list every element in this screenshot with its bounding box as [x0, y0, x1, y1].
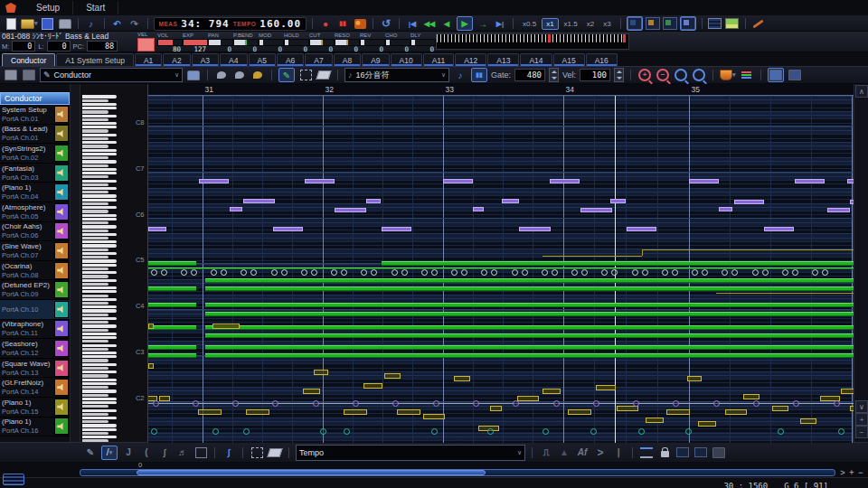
track-list-header[interactable]: Conductor — [0, 92, 70, 105]
curve-eraser-button[interactable] — [268, 446, 282, 459]
piano-key-c#[interactable] — [82, 210, 108, 212]
window-pianoroll-button[interactable] — [627, 16, 643, 31]
piano-key-d#[interactable] — [82, 340, 108, 343]
note-yellow[interactable] — [212, 324, 240, 329]
piano-key-g[interactable] — [82, 324, 117, 327]
piano-key-g[interactable] — [82, 95, 117, 98]
note-circle-purple[interactable] — [272, 400, 278, 407]
tab-a4[interactable]: A4 — [220, 53, 247, 66]
note-yellow[interactable] — [303, 389, 320, 394]
vel-input[interactable]: 100 — [580, 69, 610, 81]
piano-key-d[interactable] — [82, 344, 117, 347]
track-speaker-button[interactable] — [54, 222, 69, 239]
note-purple[interactable] — [689, 179, 719, 183]
piano-key-a#[interactable] — [82, 314, 108, 316]
piano-key-a[interactable] — [82, 409, 117, 412]
slider-bar[interactable] — [335, 39, 360, 46]
piano-key-e[interactable] — [82, 382, 117, 385]
note-yellow[interactable] — [159, 396, 170, 401]
piano-key-g#[interactable] — [82, 275, 108, 277]
piano-key-c#[interactable] — [82, 394, 108, 397]
note-circle-teal[interactable] — [685, 428, 692, 435]
piano-key-e[interactable] — [82, 290, 117, 293]
piano-key-c#[interactable] — [82, 348, 108, 351]
random-tool-button[interactable]: ♬ — [175, 446, 190, 459]
track-row[interactable]: (Bass & Lead)PortA Ch.01 — [0, 125, 70, 145]
piano-key-c[interactable] — [82, 305, 117, 308]
note-green[interactable] — [382, 261, 854, 266]
tab-a15[interactable]: A15 — [553, 53, 585, 66]
piano-key-f[interactable] — [82, 149, 117, 152]
note-circle-white[interactable] — [642, 269, 648, 276]
note-purple[interactable] — [847, 179, 854, 183]
note-circle-white[interactable] — [271, 269, 278, 276]
note-circle-purple[interactable] — [513, 400, 519, 407]
note-circle-purple[interactable] — [753, 400, 760, 407]
event-table-button[interactable] — [708, 17, 722, 30]
note-circle-white[interactable] — [552, 269, 558, 276]
track-row[interactable]: (Ocarina)PortA Ch.08 — [0, 261, 70, 281]
note-yellow[interactable] — [596, 385, 616, 390]
track-speaker-button[interactable] — [54, 399, 69, 416]
note-circle-purple[interactable] — [673, 400, 679, 407]
slider-vol[interactable]: VOL80 — [157, 33, 181, 53]
speed-button-x1[interactable]: x1 — [542, 18, 558, 30]
piano-key-b[interactable] — [82, 172, 117, 174]
piano-key-e[interactable] — [82, 336, 117, 339]
piano-key-g[interactable] — [82, 141, 117, 144]
piano-roll[interactable] — [148, 96, 854, 443]
track-speaker-button[interactable] — [54, 203, 69, 221]
eraser-tool-button[interactable] — [316, 69, 331, 81]
slider-exp[interactable]: EXP127 — [183, 33, 206, 53]
panel-a-button[interactable] — [675, 446, 690, 459]
scroll-right-button[interactable]: > — [839, 468, 846, 477]
note-circle-white[interactable] — [512, 269, 518, 276]
note-circle-teal[interactable] — [778, 428, 784, 435]
note-circle-white[interactable] — [722, 269, 728, 276]
note-circle-white[interactable] — [361, 269, 367, 276]
piano-key-b[interactable] — [82, 401, 117, 404]
piano-key-d#[interactable] — [82, 156, 108, 159]
curve-tool-1-button[interactable]: J — [121, 446, 136, 459]
slider-bar[interactable] — [385, 39, 410, 46]
track-row[interactable]: (Detuned EP2)PortA Ch.09 — [0, 280, 70, 300]
track-row[interactable]: PortA Ch.10 — [0, 300, 70, 320]
note-purple[interactable] — [335, 208, 366, 212]
note-purple[interactable] — [366, 199, 381, 203]
window-track-button[interactable] — [663, 17, 677, 30]
corner-widget[interactable] — [3, 474, 24, 485]
note-circle-white[interactable] — [731, 269, 738, 276]
menu-item-setup[interactable]: Setup — [24, 1, 73, 14]
piano-key-g[interactable] — [82, 233, 117, 236]
tab-a11[interactable]: A11 — [423, 53, 455, 66]
piano-key-a[interactable] — [82, 317, 117, 320]
note-circle-white[interactable] — [762, 269, 769, 276]
track-row[interactable]: (SynStrings2)PortA Ch.02 — [0, 144, 70, 164]
skip-start-button[interactable]: |◀ — [405, 17, 420, 30]
slider-rev[interactable]: REV0 — [360, 33, 383, 53]
note-green[interactable] — [148, 286, 196, 291]
piano-key-c#[interactable] — [82, 302, 108, 305]
piano-key-f#[interactable] — [82, 420, 108, 423]
note-yellow[interactable] — [517, 396, 539, 401]
piano-key-g#[interactable] — [82, 137, 108, 140]
select-tool-button[interactable] — [298, 69, 313, 81]
pen-tool-button[interactable]: ✎ — [278, 68, 295, 82]
track-row[interactable]: (Vibraphone)PortA Ch.11 — [0, 320, 70, 340]
vel-stepper[interactable] — [614, 68, 624, 82]
piano-key-e[interactable] — [82, 244, 117, 247]
h-zoom-out-button[interactable]: − — [857, 468, 864, 477]
note-purple[interactable] — [827, 208, 850, 212]
tab-a1-system-setup[interactable]: A1 System Setup — [56, 53, 134, 66]
onion-all-button[interactable] — [250, 69, 265, 81]
track-speaker-button[interactable] — [54, 262, 69, 279]
track-speaker-button[interactable] — [54, 242, 69, 259]
piano-key-g[interactable] — [82, 187, 117, 190]
freehand-tool-button[interactable]: ✎ — [83, 446, 98, 459]
piano-key-d#[interactable] — [82, 432, 108, 435]
step-forward-button[interactable]: → — [476, 17, 490, 30]
piano-key-g[interactable] — [82, 279, 117, 282]
patch-box[interactable]: 081-088 ｼﾝｾ･ﾘｰﾄﾞ Bass & Lead M: 0 L: 0 P… — [2, 32, 136, 52]
slider-bar[interactable] — [410, 39, 436, 46]
slider-bar[interactable] — [208, 39, 233, 46]
